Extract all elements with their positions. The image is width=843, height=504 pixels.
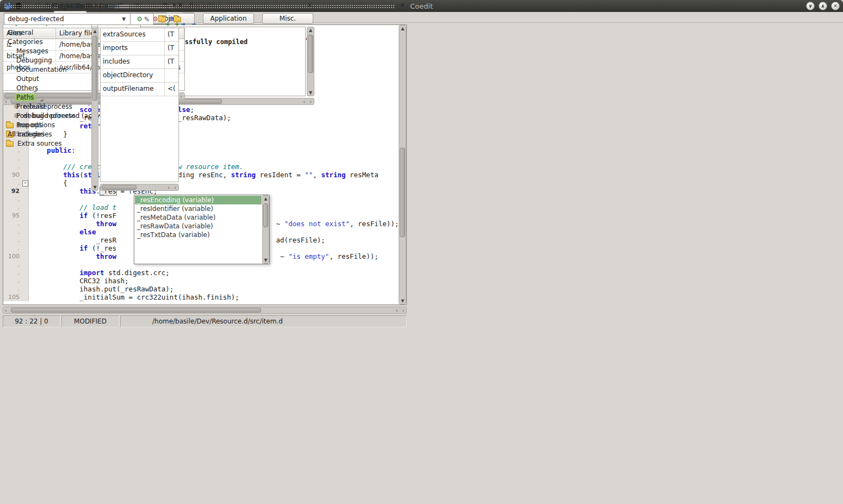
property-value[interactable]: (T — [165, 28, 178, 41]
code-line: . CRC32 ihash; — [3, 277, 399, 285]
completion-item[interactable]: _resMetaData (variable) — [135, 213, 262, 222]
tree-item-debugging[interactable]: Debugging — [3, 55, 90, 65]
grip — [173, 4, 302, 8]
property-name: outputFilename — [101, 83, 165, 96]
maximize-button[interactable]: ∧ — [819, 2, 827, 10]
grip — [123, 4, 167, 8]
editor-horizontal-scrollbar[interactable]: ‹ ‹ › — [3, 307, 407, 314]
tree-item-categories[interactable]: Categories — [3, 37, 90, 46]
code-text[interactable] — [29, 195, 30, 203]
gear-icon: ⚙ — [168, 16, 174, 22]
tree-item-label: Others — [15, 84, 40, 92]
fold-margin — [22, 252, 29, 260]
property-value[interactable]: <( — [165, 83, 178, 96]
scroll-left-icon[interactable]: ‹ — [5, 307, 7, 313]
gear-icon: ⚙ — [137, 16, 142, 22]
scrollbar-thumb[interactable] — [102, 185, 137, 190]
tree-item-pre-build-process[interactable]: Pre-build process — [3, 102, 90, 111]
close-button[interactable]: ✕ — [831, 2, 840, 10]
scroll-left-icon[interactable]: ‹ — [303, 98, 305, 104]
scrollbar-thumb[interactable] — [92, 36, 97, 101]
editor-vertical-scrollbar[interactable]: ▲ ▼ — [399, 25, 406, 304]
tree-item-general[interactable]: General — [3, 28, 90, 37]
close-panel-icon[interactable]: ✕ — [306, 2, 313, 9]
scrollbar-thumb[interactable] — [400, 148, 405, 237]
minimize-button[interactable]: ∨ — [806, 2, 815, 10]
scrollbar-thumb[interactable] — [263, 203, 268, 227]
property-value[interactable]: (T — [165, 42, 178, 55]
chevron-down-icon[interactable]: ▼ — [120, 15, 128, 23]
line-number: 105 — [3, 293, 22, 301]
close-panel-icon[interactable]: ✕ — [171, 2, 178, 9]
fold-margin — [22, 203, 29, 211]
scroll-up-icon[interactable]: ▲ — [307, 28, 314, 33]
completion-item[interactable]: _resTxtData (variable) — [135, 231, 262, 239]
messages-vertical-scrollbar[interactable]: ▲ ▼ — [307, 27, 314, 96]
tree-item-post-build-process[interactable]: Post-build process — [3, 111, 90, 120]
code-text[interactable]: if (!resF — [29, 211, 116, 220]
messages-filter-application[interactable]: Application — [203, 13, 254, 24]
code-text[interactable] — [29, 260, 30, 269]
scrollbar-thumb[interactable] — [308, 35, 313, 73]
tree-item-run-options[interactable]: Run options — [3, 120, 90, 129]
scroll-left-icon[interactable]: ‹ — [396, 307, 398, 313]
tree-item-documentation[interactable]: Documentation — [3, 65, 90, 74]
scroll-right-icon[interactable]: › — [402, 307, 405, 313]
file-path: /home/basile/Dev/Resource.d/src/item.d — [120, 315, 407, 327]
code-text[interactable]: ihash.put(_resRawData); — [29, 285, 173, 293]
scroll-right-icon[interactable]: › — [174, 184, 176, 190]
fold-margin — [22, 195, 29, 203]
line-number: . — [3, 269, 22, 277]
tree-item-all-categories[interactable]: All categories — [3, 129, 90, 139]
tree-item-label: All categories — [6, 130, 54, 138]
scroll-right-icon[interactable]: › — [309, 98, 312, 104]
property-row-objectdirectory[interactable]: objectDirectory — [101, 69, 178, 83]
code-text[interactable]: if (!_res — [29, 244, 116, 252]
caret-position: 92 : 22 | 0 — [3, 315, 60, 327]
tree-item-messages[interactable]: Messages — [3, 46, 90, 55]
scroll-left-icon[interactable]: ‹ — [168, 184, 170, 190]
code-text[interactable]: import std.digest.crc; — [29, 269, 170, 277]
categories-scrollbar[interactable]: ▲ ▼ — [91, 28, 98, 191]
tree-item-others[interactable]: Others — [3, 83, 90, 92]
completion-popup: _resEncoding (variable)_resIdentifier (v… — [134, 195, 270, 264]
line-number: . — [3, 195, 22, 203]
line-number: . — [3, 277, 22, 285]
fold-margin — [22, 244, 29, 252]
property-row-includes[interactable]: includes(T — [101, 55, 178, 69]
tree-item-paths[interactable]: Paths — [3, 92, 90, 102]
property-row-outputfilename[interactable]: outputFilename<( — [101, 83, 178, 96]
completion-scrollbar[interactable]: ▲ ▼ — [262, 195, 269, 264]
scroll-down-icon[interactable]: ▼ — [263, 258, 269, 263]
clone-configuration-button[interactable]: ⚙+ — [165, 13, 178, 26]
panel-title: Project configuration — [52, 2, 119, 10]
scroll-up-icon[interactable]: ▲ — [399, 26, 406, 31]
property-value[interactable] — [165, 69, 178, 82]
code-text[interactable]: _initialSum = crc322uint(ihash.finish); — [29, 293, 239, 301]
scroll-down-icon[interactable]: ▼ — [92, 185, 98, 190]
remove-configuration-button[interactable]: ⚙ — [149, 13, 162, 26]
code-text[interactable]: else — [29, 228, 96, 236]
scroll-down-icon[interactable]: ▼ — [307, 90, 314, 95]
scroll-down-icon[interactable]: ▼ — [399, 298, 406, 303]
property-row-imports[interactable]: imports(T — [101, 42, 178, 55]
configuration-select[interactable]: debug-redirected ▼ — [4, 13, 131, 25]
completion-item[interactable]: _resEncoding (variable) — [135, 196, 262, 204]
add-configuration-button[interactable]: ⚙ — [133, 13, 146, 26]
property-value[interactable]: (T — [165, 55, 178, 69]
line-number: . — [3, 244, 22, 252]
property-row-extrasources[interactable]: extraSources(T — [101, 28, 178, 42]
completion-item[interactable]: _resRawData (variable) — [135, 222, 262, 231]
line-number: . — [3, 285, 22, 293]
scroll-up-icon[interactable]: ▲ — [92, 29, 98, 34]
close-panel-icon[interactable]: ✕ — [399, 2, 406, 9]
configuration-horizontal-scrollbar[interactable]: ‹ › — [100, 184, 179, 191]
code-text[interactable]: // load t — [29, 203, 116, 211]
tree-item-output[interactable]: Output — [3, 74, 90, 83]
scroll-up-icon[interactable]: ▲ — [263, 196, 269, 201]
fold-margin — [22, 236, 29, 244]
completion-item[interactable]: _resIdentifier (variable) — [135, 204, 262, 213]
code-text[interactable]: CRC32 ihash; — [29, 277, 129, 285]
messages-filter-misc[interactable]: Misc. — [262, 13, 313, 24]
scrollbar-thumb[interactable] — [11, 308, 261, 313]
